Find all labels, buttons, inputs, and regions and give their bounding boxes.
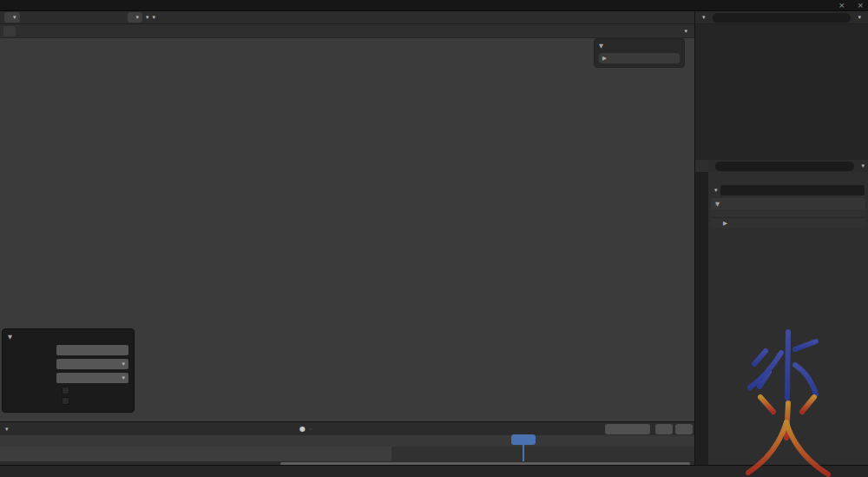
orientation-dropdown[interactable]: ▾	[56, 373, 128, 383]
tool-settings-bar: ▾	[0, 24, 694, 38]
options-dropdown[interactable]: ▾	[681, 28, 691, 35]
chevron-down-icon: ▾	[122, 361, 125, 368]
chevron-down-icon[interactable]: ▾	[861, 162, 865, 169]
delta-transform-panel[interactable]: ▶	[711, 217, 865, 229]
outliner-search-input[interactable]	[713, 13, 852, 23]
playback-controls: ● ◦	[299, 423, 316, 434]
frame-fields	[605, 424, 693, 434]
chevron-down-icon: ▼	[715, 201, 721, 208]
current-frame-field[interactable]	[605, 424, 650, 434]
chevron-right-icon: ▶	[602, 55, 608, 62]
record-button[interactable]: ●	[299, 425, 306, 433]
close-icon[interactable]: ×	[838, 1, 846, 10]
chevron-down-icon[interactable]: ▾	[153, 14, 156, 21]
outliner-header: ▾ ▾	[694, 11, 868, 24]
orientation-dropdown[interactable]: ▾	[128, 12, 143, 23]
timeline-header: ▾ ● ◦	[0, 422, 694, 435]
start-frame-field[interactable]	[655, 424, 673, 434]
transform-rows	[711, 209, 865, 217]
frame-range-region	[0, 447, 391, 461]
proportional-editing-checkbox[interactable]	[62, 397, 128, 405]
axis-dropdown[interactable]: ▾	[56, 359, 128, 369]
chevron-down-icon: ▾	[13, 14, 16, 21]
operator-panel-rotate: ▼ ▾ ▾	[2, 328, 135, 413]
scene-selector-group: × ×	[827, 1, 868, 10]
chevron-down-icon: ▼	[599, 43, 605, 50]
mode-dropdown[interactable]: ▾	[4, 12, 20, 23]
timeline: ▾ ● ◦	[0, 421, 694, 465]
status-bar	[0, 465, 868, 477]
chevron-down-icon: ▾	[122, 374, 125, 381]
properties-header: ▾	[708, 160, 868, 172]
checkbox-icon	[62, 397, 69, 405]
object-name-row: ▾	[708, 183, 868, 196]
transform-panel-header[interactable]: ▼	[711, 198, 865, 209]
chevron-down-icon: ▾	[684, 28, 687, 35]
transform-panel-header[interactable]: ▼	[599, 43, 680, 50]
n-panel: ▼ ▶	[594, 38, 685, 68]
chevron-down-icon[interactable]: ▾	[858, 14, 861, 21]
chevron-down-icon[interactable]: ▾	[714, 187, 718, 194]
timeline-track[interactable]	[0, 447, 694, 461]
topbar: × ×	[0, 0, 868, 11]
end-frame-field[interactable]	[675, 424, 693, 434]
playhead[interactable]	[523, 445, 524, 461]
outliner	[694, 24, 868, 160]
angle-field[interactable]	[56, 345, 128, 355]
chevron-down-icon[interactable]: ▾	[146, 14, 149, 21]
viewport-3d[interactable]: ▾ ▼ ▶ ▼	[0, 24, 694, 421]
operator-panel-header[interactable]: ▼	[8, 334, 128, 341]
properties-subpanel-header[interactable]: ▶	[599, 53, 680, 63]
active-tool-icon[interactable]	[3, 26, 16, 36]
mirror-editing-checkbox[interactable]	[62, 387, 128, 394]
close-icon[interactable]: ×	[856, 1, 865, 10]
chevron-down-icon: ▾	[136, 14, 140, 21]
chevron-down-icon[interactable]: ▾	[702, 14, 706, 21]
properties-search-input[interactable]	[715, 162, 854, 171]
chevron-down-icon[interactable]: ▾	[5, 426, 9, 433]
auto-key-icon[interactable]: ◦	[309, 426, 312, 433]
properties-tab-strip	[695, 172, 708, 465]
checkbox-icon	[62, 387, 69, 394]
timeline-ruler[interactable]	[0, 435, 694, 447]
chevron-right-icon: ▶	[723, 220, 729, 227]
properties-breadcrumb	[708, 172, 868, 183]
object-name-field[interactable]	[720, 185, 865, 195]
properties-editor: ▾ ▾ ▼ ▶	[694, 160, 868, 465]
chevron-down-icon: ▼	[8, 334, 14, 341]
blender-window: × × ▾ ▾ ▾ ▾ ▾ ▾	[0, 0, 868, 477]
current-frame-badge[interactable]	[511, 434, 536, 445]
viewport-header: ▾ ▾ ▾ ▾	[0, 11, 694, 24]
